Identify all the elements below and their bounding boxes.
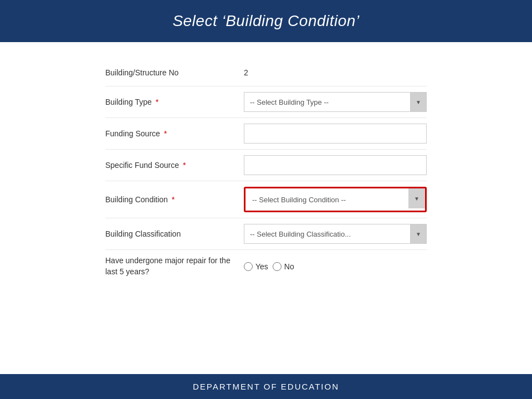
form-row-building-classification: Building Classification -- Select Buildi…: [105, 218, 427, 250]
building-condition-select[interactable]: -- Select Building Condition --: [247, 190, 424, 209]
building-type-select[interactable]: -- Select Building Type --: [244, 92, 427, 112]
value-building-structure-no: 2: [244, 68, 248, 77]
select-wrapper-building-classification: -- Select Building Classificatio...: [244, 224, 427, 244]
form-row-building-type: Building Type * -- Select Building Type …: [105, 86, 427, 118]
form-row-funding-source: Funding Source *: [105, 118, 427, 150]
specific-fund-source-input[interactable]: [244, 155, 427, 175]
radio-item-yes: Yes: [244, 262, 268, 271]
form-row-building-condition: Building Condition * -- Select Building …: [105, 181, 427, 218]
radio-yes-label: Yes: [255, 262, 268, 271]
select-wrapper-building-type: -- Select Building Type --: [244, 92, 427, 112]
header-title: Select ‘Building Condition’: [172, 12, 359, 29]
field-major-repair: Yes No: [244, 262, 427, 271]
form-container: Building/Structure No 2 Building Type * …: [105, 59, 427, 283]
page-header: Select ‘Building Condition’: [0, 0, 532, 42]
building-classification-select[interactable]: -- Select Building Classificatio...: [244, 224, 427, 244]
field-building-type: -- Select Building Type --: [244, 92, 427, 112]
radio-yes[interactable]: [244, 262, 253, 271]
page-footer: Department of Education: [0, 374, 532, 399]
form-row-specific-fund-source: Specific Fund Source *: [105, 150, 427, 181]
radio-item-no: No: [273, 262, 294, 271]
field-funding-source: [244, 124, 427, 144]
field-building-classification: -- Select Building Classificatio...: [244, 224, 427, 244]
label-building-condition: Building Condition *: [105, 195, 244, 204]
funding-source-input[interactable]: [244, 124, 427, 144]
label-building-type: Building Type *: [105, 98, 244, 106]
radio-no[interactable]: [273, 262, 282, 271]
required-star-building-type: *: [156, 98, 158, 106]
field-specific-fund-source: [244, 155, 427, 175]
field-building-structure-no: 2: [244, 68, 427, 78]
radio-group-major-repair: Yes No: [244, 262, 427, 271]
main-content: Building/Structure No 2 Building Type * …: [0, 42, 532, 374]
label-funding-source: Funding Source *: [105, 129, 244, 138]
radio-no-label: No: [284, 262, 294, 271]
field-building-condition: -- Select Building Condition --: [244, 187, 427, 212]
required-star-specific-fund-source: *: [183, 161, 186, 170]
footer-text: Department of Education: [193, 382, 339, 391]
required-star-building-condition: *: [172, 195, 175, 204]
label-building-classification: Building Classification: [105, 229, 244, 238]
select-wrapper-building-condition: -- Select Building Condition --: [244, 187, 427, 212]
required-star-funding-source: *: [164, 129, 167, 138]
form-row-major-repair: Have undergone major repair for the last…: [105, 250, 427, 283]
label-specific-fund-source: Specific Fund Source *: [105, 161, 244, 170]
label-major-repair: Have undergone major repair for the last…: [105, 255, 244, 277]
label-building-structure-no: Building/Structure No: [105, 68, 244, 77]
form-row-building-structure-no: Building/Structure No 2: [105, 59, 427, 86]
